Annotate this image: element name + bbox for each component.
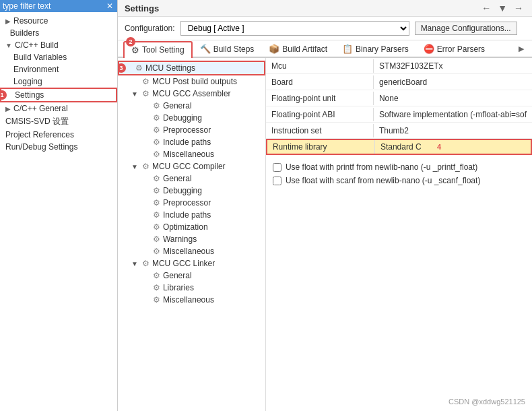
sidebar-item-settings[interactable]: 1 Settings [0, 88, 117, 102]
prop-val: STM32F103ZETx [374, 59, 532, 73]
sidebar-item-cmsis-svd[interactable]: CMSIS-SVD 设置 [0, 115, 117, 129]
tabs-scroll-button[interactable]: ▶ [516, 42, 527, 56]
sidebar-item-builders[interactable]: Builders [0, 27, 117, 39]
tab-error-parsers[interactable]: ⛔ Error Parsers [416, 40, 492, 57]
nav-forward-button[interactable]: ▼ [496, 3, 509, 13]
tree-node-label: MCU GCC Assembler [152, 89, 231, 98]
tree-node-label: MCU Settings [145, 63, 195, 73]
scanf-float-checkbox[interactable] [273, 177, 281, 185]
tab-binary-parsers[interactable]: 📋 Binary Parsers [335, 40, 416, 57]
tree-node-linker-misc[interactable]: ⚙ Miscellaneous [118, 294, 265, 306]
sidebar-item-label: Environment [13, 65, 59, 74]
arrow-icon: ▼ [5, 42, 12, 49]
sidebar-item-label: C/C++ Build [15, 40, 59, 50]
tree-node-compiler-preprocessor[interactable]: ⚙ Preprocessor [118, 197, 265, 209]
tab-build-artifact[interactable]: 📦 Build Artifact [261, 40, 335, 57]
tree-node-assembler-preprocessor[interactable]: ⚙ Preprocessor [118, 124, 265, 136]
node-icon: ⚙ [153, 101, 160, 110]
filter-input[interactable] [3, 1, 105, 11]
tree-node-linker-libraries[interactable]: ⚙ Libraries [118, 282, 265, 294]
arrow-icon [5, 30, 7, 37]
sidebar-filter-bar: ✕ [0, 0, 117, 12]
prop-val: None [374, 92, 532, 105]
expand-icon [142, 127, 150, 134]
sidebar-item-build-variables[interactable]: Build Variables [0, 51, 117, 63]
node-icon: ⚙ [153, 210, 160, 220]
sidebar-item-label: Project References [5, 130, 74, 139]
checkboxes-area: Use float with printf from newlib-nano (… [266, 155, 532, 193]
expand-icon [142, 212, 150, 219]
expand-icon [142, 139, 150, 146]
tree-node-post-build[interactable]: ⚙ MCU Post build outputs [118, 75, 265, 88]
node-icon: ⚙ [135, 63, 143, 73]
prop-key: Floating-point unit [266, 92, 374, 105]
nav-back-button[interactable]: ← [479, 3, 493, 13]
sidebar-item-label: CMSIS-SVD 设置 [5, 116, 69, 127]
tree-node-assembler-misc[interactable]: ⚙ Miscellaneous [118, 148, 265, 160]
tree-node-gcc-linker[interactable]: ▼ ⚙ MCU GCC Linker [118, 257, 265, 270]
tree-node-assembler-include[interactable]: ⚙ Include paths [118, 136, 265, 148]
expand-icon [142, 272, 150, 280]
tab-label: Build Artifact [282, 44, 327, 54]
sidebar-item-logging[interactable]: Logging [0, 75, 117, 88]
expand-icon [142, 175, 150, 183]
tree-node-label: Libraries [163, 283, 194, 292]
node-icon: ⚙ [153, 113, 160, 123]
watermark: CSDN @xddwg521125 [448, 398, 525, 406]
tree-node-mcu-settings[interactable]: 3 ⚙ MCU Settings [118, 61, 265, 75]
tree-node-label: General [163, 174, 192, 183]
tree-node-label: Debugging [163, 113, 202, 123]
node-icon: ⚙ [153, 234, 160, 244]
sidebar-item-resource[interactable]: ▶ Resource [0, 15, 117, 27]
tree-node-label: Preprocessor [163, 198, 211, 208]
badge-4: 4 [437, 143, 441, 151]
tree-node-compiler-general[interactable]: ⚙ General [118, 172, 265, 185]
tab-tool-setting[interactable]: 2 ⚙ Tool Setting [123, 41, 193, 58]
node-icon: ⚙ [153, 198, 160, 208]
error-parsers-icon: ⛔ [424, 44, 434, 54]
nav-right-button[interactable]: → [512, 3, 525, 13]
tree-node-compiler-optimization[interactable]: ⚙ Optimization [118, 221, 265, 233]
badge-1: 1 [0, 90, 7, 100]
tree-node-label: Debugging [163, 186, 202, 195]
sidebar-item-cpp-build[interactable]: ▼ C/C++ Build [0, 39, 117, 51]
tree-node-linker-general[interactable]: ⚙ General [118, 270, 265, 282]
tab-label: Tool Setting [142, 45, 185, 55]
config-bar: Configuration: Debug [ Active ] Manage C… [118, 17, 532, 40]
checkbox-scanf-float: Use float with scanf from newlib-nano (-… [273, 174, 525, 187]
config-select[interactable]: Debug [ Active ] [180, 21, 409, 36]
tree-node-compiler-misc[interactable]: ⚙ Miscellaneous [118, 245, 265, 257]
sidebar-item-environment[interactable]: Environment [0, 63, 117, 75]
prop-key: Instruction set [266, 124, 374, 137]
expand-icon [142, 284, 150, 292]
properties-panel: Mcu STM32F103ZETx Board genericBoard Flo… [266, 58, 532, 411]
tree-node-assembler-general[interactable]: ⚙ General [118, 100, 265, 112]
sidebar-item-label: Run/Debug Settings [5, 142, 77, 152]
node-icon: ⚙ [153, 283, 160, 292]
tree-node-compiler-include[interactable]: ⚙ Include paths [118, 209, 265, 221]
prop-row-board: Board genericBoard [266, 74, 532, 90]
tree-node-gcc-compiler[interactable]: ▼ ⚙ MCU GCC Compiler [118, 160, 265, 172]
clear-filter-button[interactable]: ✕ [105, 1, 114, 11]
sidebar-item-cpp-general[interactable]: ▶ C/C++ General [0, 102, 117, 115]
build-artifact-icon: 📦 [269, 44, 279, 54]
tab-label: Error Parsers [437, 44, 485, 54]
tree-node-label: Include paths [163, 137, 211, 147]
expand-icon [142, 248, 150, 255]
sidebar-item-label: Settings [15, 90, 44, 100]
prop-val: genericBoard [374, 75, 532, 89]
sidebar-item-run-debug[interactable]: Run/Debug Settings [0, 141, 117, 153]
tree-node-label: Warnings [163, 234, 197, 244]
tree-node-compiler-warnings[interactable]: ⚙ Warnings [118, 233, 265, 245]
tree-node-assembler-debugging[interactable]: ⚙ Debugging [118, 112, 265, 124]
printf-float-checkbox[interactable] [273, 163, 281, 172]
manage-configurations-button[interactable]: Manage Configurations... [415, 22, 517, 35]
arrow-icon: ▶ [5, 18, 11, 25]
sidebar-item-project-references[interactable]: Project References [0, 129, 117, 141]
tab-build-steps[interactable]: 🔨 Build Steps [193, 40, 262, 57]
badge-2: 2 [126, 37, 135, 46]
tree-node-gcc-assembler[interactable]: ▼ ⚙ MCU GCC Assembler [118, 88, 265, 100]
content-area: Settings ← ▼ → Configuration: Debug [ Ac… [118, 0, 532, 411]
tree-node-compiler-debugging[interactable]: ⚙ Debugging [118, 185, 265, 197]
expand-icon: ▼ [131, 90, 139, 98]
